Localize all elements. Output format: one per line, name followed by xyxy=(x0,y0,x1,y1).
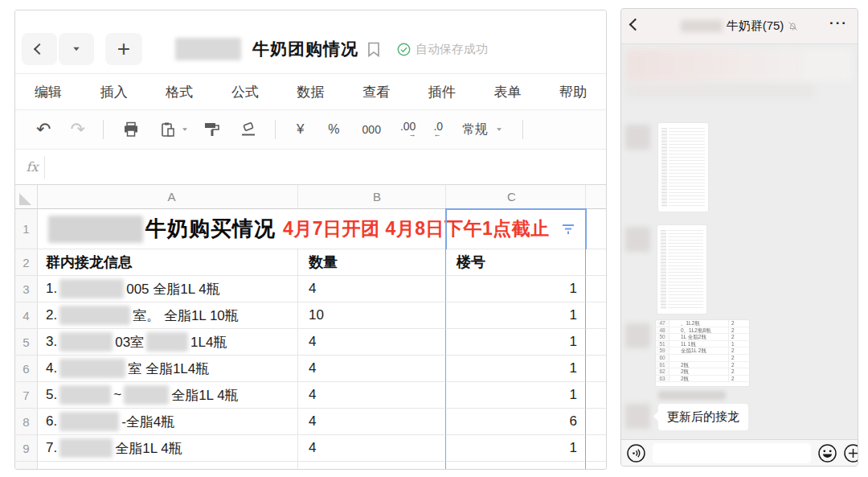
cell-quantity[interactable]: 4 xyxy=(298,329,445,356)
cell-order-info[interactable]: 5.~全脂1L 4瓶 xyxy=(38,382,298,409)
more-actions-button[interactable] xyxy=(843,443,858,463)
title-cell[interactable]: 牛奶购买情况4月7日开团 4月8日下午1点截止 xyxy=(38,209,606,249)
thumbnail-stripes xyxy=(661,128,667,207)
empty-cell[interactable] xyxy=(298,462,445,470)
row-header[interactable]: 5 xyxy=(15,329,38,356)
cell-order-info[interactable]: 6.-全脂4瓶 xyxy=(38,409,298,435)
cell-building[interactable]: 1 xyxy=(445,382,586,409)
cell-quantity[interactable]: 4 xyxy=(298,382,445,409)
cell-order-info[interactable]: 1.005 全脂1L 4瓶 xyxy=(38,276,298,302)
currency-format-button[interactable]: ¥ xyxy=(297,121,304,138)
column-header-A[interactable]: A xyxy=(38,185,298,209)
column-header-partial xyxy=(586,185,606,209)
cell-quantity[interactable]: 4 xyxy=(298,276,445,302)
cell-order-info[interactable]: 4.室 全脂1L4瓶 xyxy=(38,356,298,382)
filter-icon[interactable] xyxy=(561,223,575,236)
redo-button[interactable]: ↷ xyxy=(70,119,84,140)
chat-more-button[interactable]: ··· xyxy=(829,15,848,31)
chat-body: 47、1L2瓶2480、1L2瓶8瓶2501L 全脂2瓶2511L 1瓶159全… xyxy=(621,44,858,441)
row-header[interactable]: 8 xyxy=(15,409,38,435)
chat-text-input[interactable] xyxy=(653,443,811,463)
menu-help[interactable]: 帮助 xyxy=(559,83,587,101)
row-header[interactable]: 2 xyxy=(15,249,38,276)
row-header[interactable]: 1 xyxy=(15,209,38,249)
avatar[interactable] xyxy=(625,125,650,150)
thousands-format-button[interactable]: 000 xyxy=(362,123,381,136)
chat-header: 牛奶群(75) ··· xyxy=(621,9,858,44)
chat-image-spreadsheet[interactable] xyxy=(658,123,708,212)
percent-format-button[interactable]: % xyxy=(328,122,339,137)
chevron-down-icon[interactable] xyxy=(182,128,187,131)
voice-message-button[interactable] xyxy=(626,443,646,463)
chat-image-spreadsheet[interactable] xyxy=(657,225,706,314)
undo-button[interactable]: ↶ xyxy=(36,119,51,140)
mini-table-rownum: 48 xyxy=(656,327,669,334)
header-info-label: 群内接龙信息 xyxy=(46,253,133,272)
menu-insert[interactable]: 插入 xyxy=(100,83,128,101)
fill-color-button[interactable] xyxy=(240,121,257,138)
menu-formula[interactable]: 公式 xyxy=(231,83,259,101)
row-header[interactable]: 3 xyxy=(15,276,38,302)
mini-table-value: 2 xyxy=(728,368,749,375)
autosave-text: 自动保存成功 xyxy=(416,42,488,57)
chevron-down-icon[interactable] xyxy=(497,128,502,131)
arrow-right-icon: → xyxy=(408,131,416,138)
increase-decimal-button[interactable]: .00 → xyxy=(400,121,416,138)
header-cell-info[interactable]: 群内接龙信息 xyxy=(38,249,298,276)
bookmark-icon[interactable] xyxy=(367,42,380,57)
row-header[interactable]: 9 xyxy=(15,435,38,462)
history-dropdown-button[interactable] xyxy=(59,33,94,65)
header-cell-qty[interactable]: 数量 xyxy=(298,249,445,276)
chevron-left-icon xyxy=(34,43,45,55)
row-header[interactable] xyxy=(15,462,38,470)
selected-cell-c1[interactable] xyxy=(445,208,587,249)
row-header[interactable]: 6 xyxy=(15,356,38,382)
decrease-decimal-button[interactable]: .0 ← xyxy=(433,121,443,138)
avatar[interactable] xyxy=(625,323,650,348)
row-header[interactable]: 7 xyxy=(15,382,38,409)
menu-data[interactable]: 数据 xyxy=(297,83,325,101)
select-all-corner[interactable] xyxy=(15,185,38,209)
row-header[interactable]: 4 xyxy=(15,302,38,329)
cell-order-info[interactable]: 2.室。 全脂1L 10瓶 xyxy=(38,302,298,329)
menu-format[interactable]: 格式 xyxy=(166,83,193,101)
print-button[interactable] xyxy=(123,121,139,138)
menu-forms[interactable]: 表单 xyxy=(493,83,521,101)
paint-roller-button[interactable] xyxy=(203,121,220,138)
cell-quantity[interactable]: 4 xyxy=(298,435,445,462)
format-painter-button[interactable] xyxy=(160,121,176,138)
cell-building[interactable]: 1 xyxy=(445,435,586,462)
back-button[interactable] xyxy=(22,33,57,65)
table-row: 1牛奶购买情况4月7日开团 4月8日下午1点截止 xyxy=(15,209,606,249)
number-format-select[interactable]: 常规 xyxy=(462,121,488,138)
menu-addons[interactable]: 插件 xyxy=(428,83,456,101)
cell-order-info[interactable]: 7.全脂1L 4瓶 xyxy=(38,435,298,462)
cell-building[interactable]: 1 xyxy=(445,302,586,329)
empty-cell[interactable] xyxy=(38,462,298,470)
cell-quantity[interactable]: 10 xyxy=(298,302,445,329)
cell-quantity[interactable]: 4 xyxy=(298,356,445,382)
empty-cell xyxy=(586,329,606,356)
avatar[interactable] xyxy=(625,404,650,429)
formula-input[interactable] xyxy=(51,150,606,184)
cell-building[interactable]: 1 xyxy=(445,356,586,382)
cell-order-info[interactable]: 3.03室1L4瓶 xyxy=(38,329,298,356)
header-building-label: 楼号 xyxy=(457,253,485,272)
avatar[interactable] xyxy=(625,227,650,252)
column-header-B[interactable]: B xyxy=(298,185,445,209)
emoji-button[interactable] xyxy=(817,443,837,463)
chat-bubble[interactable]: 更新后的接龙 xyxy=(658,404,748,430)
cell-quantity[interactable]: 4 xyxy=(298,409,445,435)
toolbar-divider xyxy=(522,120,523,139)
formula-bar: fx xyxy=(15,149,606,184)
column-header-C[interactable]: C xyxy=(445,185,586,209)
new-sheet-button[interactable]: + xyxy=(105,33,142,65)
menu-edit[interactable]: 编辑 xyxy=(35,83,62,101)
empty-cell[interactable] xyxy=(445,462,586,470)
menu-view[interactable]: 查看 xyxy=(362,83,390,101)
cell-building[interactable]: 1 xyxy=(445,329,586,356)
cell-building[interactable]: 6 xyxy=(445,409,586,435)
header-cell-building[interactable]: 楼号 xyxy=(445,249,586,276)
cell-building[interactable]: 1 xyxy=(445,276,586,302)
chat-image-table[interactable]: 47、1L2瓶2480、1L2瓶8瓶2501L 全脂2瓶2511L 1瓶159全… xyxy=(656,320,749,386)
